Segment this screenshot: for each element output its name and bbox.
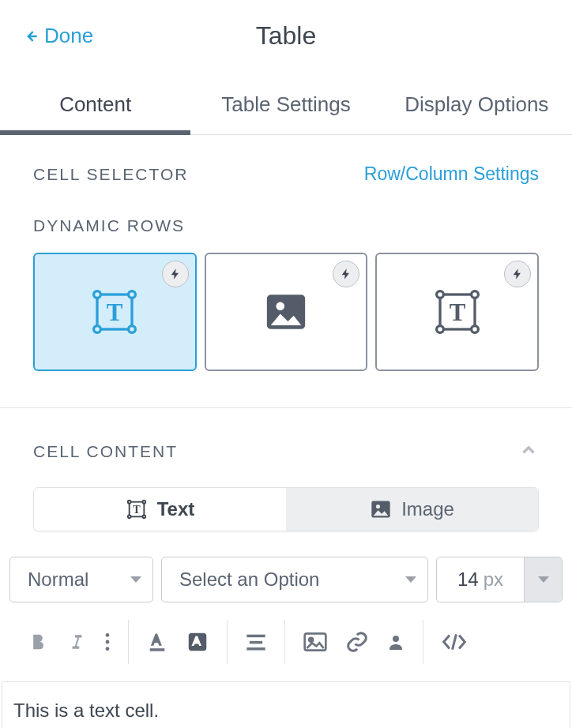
chevron-down-icon [538, 576, 549, 583]
svg-point-31 [309, 638, 313, 642]
segment-image[interactable]: Image [286, 488, 538, 531]
bolt-icon [162, 261, 189, 287]
svg-rect-25 [150, 648, 165, 651]
svg-point-11 [436, 326, 443, 333]
svg-point-15 [128, 501, 131, 504]
more-button[interactable] [104, 632, 111, 652]
collapse-button[interactable] [518, 440, 539, 463]
cell-card-text-1[interactable]: T [33, 253, 197, 371]
dynamic-rows-label: DYNAMIC ROWS [33, 216, 539, 235]
cell-selector-label: CELL SELECTOR [33, 165, 188, 184]
bold-button[interactable] [27, 631, 49, 653]
image-icon [263, 289, 309, 335]
svg-point-23 [106, 640, 110, 644]
cell-content-section: CELL CONTENT [0, 408, 572, 463]
text-frame-icon: T [126, 498, 148, 520]
page-title: Table [256, 21, 317, 51]
format-row: Normal Select an Option 14 px [0, 531, 572, 602]
text-frame-icon: T [431, 286, 484, 338]
svg-rect-29 [246, 647, 265, 651]
svg-rect-27 [246, 635, 265, 638]
italic-button[interactable] [66, 632, 87, 652]
svg-point-32 [393, 636, 399, 642]
done-label: Done [44, 24, 93, 48]
code-button[interactable] [441, 632, 468, 652]
svg-point-21 [376, 505, 380, 508]
tab-display-options[interactable]: Display Options [382, 80, 572, 134]
svg-point-16 [142, 501, 145, 504]
svg-point-24 [106, 647, 110, 651]
tabs: Content Table Settings Display Options [0, 80, 572, 135]
row-column-settings-link[interactable]: Row/Column Settings [364, 163, 539, 185]
tab-table-settings[interactable]: Table Settings [190, 80, 381, 134]
text-style-dropdown[interactable]: Normal [9, 557, 153, 602]
chevron-up-icon [518, 440, 539, 460]
text-editor[interactable]: This is a text cell. [2, 681, 570, 728]
svg-point-22 [106, 633, 110, 637]
done-button[interactable]: Done [24, 24, 93, 48]
image-icon [370, 498, 392, 520]
italic-icon [66, 632, 87, 652]
segment-text[interactable]: T Text [34, 488, 286, 531]
svg-text:T: T [107, 299, 123, 326]
bolt-icon [333, 261, 359, 287]
bold-icon [27, 631, 49, 653]
chevron-down-icon [405, 576, 416, 583]
highlight-icon [186, 630, 209, 654]
cell-selector-section: CELL SELECTOR Row/Column Settings [0, 135, 572, 185]
text-color-button[interactable] [146, 631, 168, 653]
link-button[interactable] [345, 630, 369, 654]
svg-point-12 [471, 326, 478, 333]
svg-point-4 [129, 326, 136, 333]
chevron-down-icon [130, 576, 141, 583]
svg-point-2 [129, 291, 136, 298]
cell-cards: T T [0, 253, 572, 371]
font-size-input[interactable]: 14 px [436, 557, 563, 602]
tab-content[interactable]: Content [0, 80, 190, 134]
svg-point-17 [128, 515, 131, 518]
content-type-segments: T Text Image [33, 487, 539, 531]
svg-point-1 [94, 291, 101, 298]
person-icon [386, 632, 405, 652]
arrow-left-icon [24, 28, 40, 44]
align-button[interactable] [245, 632, 267, 651]
svg-rect-28 [250, 641, 262, 644]
highlight-button[interactable] [186, 630, 209, 654]
header: Done Table [0, 0, 572, 64]
text-frame-icon: T [88, 286, 141, 338]
svg-point-10 [471, 291, 478, 298]
svg-text:T: T [449, 299, 465, 326]
svg-point-7 [276, 302, 284, 310]
more-vertical-icon [104, 632, 111, 652]
svg-point-9 [436, 291, 443, 298]
cell-content-label: CELL CONTENT [33, 442, 178, 461]
insert-image-button[interactable] [303, 631, 328, 653]
cell-card-text-2[interactable]: T [375, 253, 539, 371]
align-icon [245, 632, 267, 651]
rich-text-toolbar [0, 602, 572, 664]
svg-text:T: T [133, 504, 141, 516]
cell-card-image[interactable] [205, 253, 368, 371]
option-dropdown[interactable]: Select an Option [161, 557, 428, 602]
link-icon [345, 630, 369, 654]
person-button[interactable] [386, 632, 405, 652]
dynamic-rows-section: DYNAMIC ROWS [0, 185, 572, 235]
text-color-icon [146, 631, 168, 653]
font-size-stepper[interactable] [524, 557, 562, 602]
svg-point-3 [94, 326, 101, 333]
image-icon [303, 631, 328, 653]
svg-point-18 [142, 515, 145, 518]
bolt-icon [504, 261, 531, 287]
code-icon [441, 632, 468, 652]
